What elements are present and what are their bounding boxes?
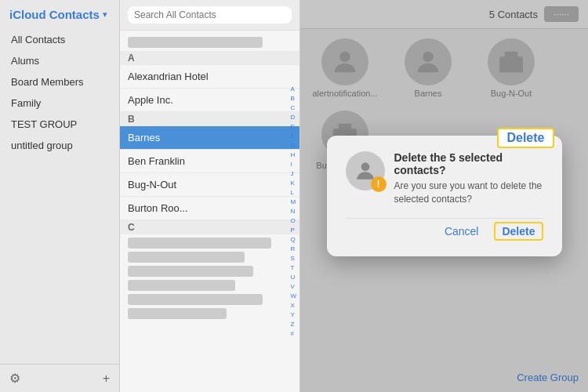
modal-actions: Cancel Delete	[346, 218, 543, 241]
sidebar-items: All Contacts Alums Board Members Family …	[0, 26, 119, 364]
blurred-contact-row	[128, 294, 263, 305]
modal-overlay: Delete ! Delete the 5 selected contacts?…	[300, 0, 588, 392]
list-item[interactable]: Burton Roo...	[120, 197, 299, 220]
svg-point-10	[361, 162, 369, 171]
list-item[interactable]: Alexandrian Hotel	[120, 65, 299, 89]
modal-title: Delete the 5 selected contacts?	[394, 151, 543, 176]
sidebar-app-title: Contacts	[49, 8, 100, 21]
add-group-icon[interactable]: +	[103, 372, 110, 386]
sidebar-item-alums[interactable]: Alums	[0, 50, 119, 71]
warning-badge: !	[371, 176, 387, 192]
main-content: 5 Contacts ······ alertnotification... B…	[300, 0, 588, 392]
sidebar-item-test-group[interactable]: TEST GROUP	[0, 114, 119, 135]
search-bar	[120, 0, 299, 31]
search-input[interactable]	[128, 6, 292, 24]
app-container: iCloud Contacts ▾ All Contacts Alums Boa…	[0, 0, 588, 392]
modal-icon-container: !	[346, 151, 385, 191]
section-header-c: C	[120, 220, 299, 234]
delete-button[interactable]: Delete	[494, 222, 543, 241]
modal-content: ! Delete the 5 selected contacts? Are yo…	[346, 151, 543, 206]
list-item-barnes[interactable]: Barnes	[120, 126, 299, 150]
contact-list: A Alexandrian Hotel Apple Inc. B Barnes …	[120, 0, 300, 392]
modal-body: Are you sure you want to delete the sele…	[394, 180, 543, 206]
list-item[interactable]: Apple Inc.	[120, 89, 299, 112]
section-header-a: A	[120, 51, 299, 65]
section-header-b: B	[120, 112, 299, 126]
sidebar-item-board-members[interactable]: Board Members	[0, 71, 119, 93]
blurred-contact-row	[128, 252, 245, 263]
modal-delete-header-label: Delete	[506, 131, 544, 144]
blurred-contact-row	[128, 308, 227, 319]
blurred-contact-row	[128, 266, 253, 277]
icloud-logo: iCloud	[9, 8, 46, 21]
delete-modal: Delete ! Delete the 5 selected contacts?…	[327, 136, 562, 257]
list-item[interactable]: Bug-N-Out	[120, 173, 299, 197]
modal-text: Delete the 5 selected contacts? Are you …	[394, 151, 543, 206]
sidebar-item-all-contacts[interactable]: All Contacts	[0, 29, 119, 50]
blurred-contact-row	[128, 280, 235, 291]
dropdown-icon[interactable]: ▾	[103, 9, 107, 20]
list-item[interactable]: Ben Franklin	[120, 150, 299, 173]
sidebar-item-family[interactable]: Family	[0, 93, 119, 114]
sidebar: iCloud Contacts ▾ All Contacts Alums Boa…	[0, 0, 120, 392]
settings-icon[interactable]: ⚙	[9, 371, 20, 386]
sidebar-header: iCloud Contacts ▾	[0, 0, 119, 26]
blurred-contact-row	[128, 238, 271, 249]
blurred-contact-row	[128, 37, 263, 48]
contact-list-body: A Alexandrian Hotel Apple Inc. B Barnes …	[120, 31, 299, 392]
sidebar-footer: ⚙ +	[0, 364, 119, 392]
sidebar-item-untitled-group[interactable]: untitled group	[0, 135, 119, 156]
letter-index: A B C D E F G H I J K L M N O P Q R S T	[289, 31, 298, 392]
cancel-button[interactable]: Cancel	[445, 222, 479, 241]
